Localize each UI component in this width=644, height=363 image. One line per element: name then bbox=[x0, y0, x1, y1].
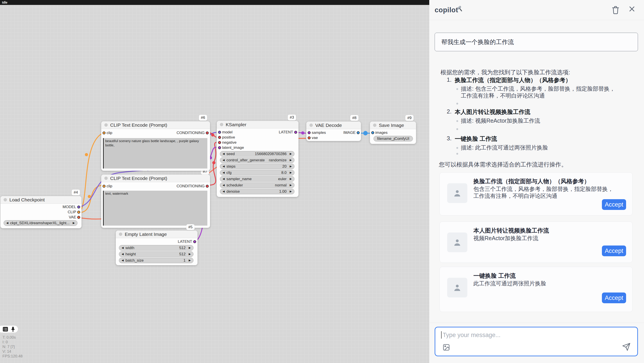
increment-arrow-icon[interactable]: ▶ bbox=[290, 164, 292, 169]
node-title-bar[interactable]: KSampler bbox=[217, 121, 298, 128]
positive-input-port[interactable] bbox=[218, 136, 221, 139]
decrement-arrow-icon[interactable]: ◀ bbox=[122, 251, 124, 257]
increment-arrow-icon[interactable]: ▶ bbox=[290, 170, 292, 175]
input-placeholder: Type your message... bbox=[443, 332, 500, 339]
node-ksampler[interactable]: KSampler model LATENT positive negative … bbox=[217, 121, 298, 197]
collapse-dot-icon[interactable] bbox=[310, 123, 313, 127]
close-icon[interactable] bbox=[628, 5, 636, 12]
link-clip-to-positive-encode bbox=[79, 133, 104, 213]
collapse-dot-icon[interactable] bbox=[104, 123, 108, 127]
workflow-list-icon[interactable] bbox=[2, 326, 8, 332]
decrement-arrow-icon[interactable]: ◀ bbox=[222, 189, 224, 194]
collapse-dot-icon[interactable] bbox=[104, 177, 108, 180]
conditioning-output-port[interactable] bbox=[206, 185, 209, 188]
ckpt-name-widget[interactable]: ◀ ckpt_name SDXL/dreamshaperXL_light... … bbox=[4, 220, 78, 226]
node-title-bar[interactable]: VAE Decode bbox=[306, 121, 361, 129]
collapse-dot-icon[interactable] bbox=[4, 198, 7, 201]
latent-output-port[interactable] bbox=[193, 240, 196, 243]
node-load-checkpoint[interactable]: Load Checkpoint MODEL CLIP VAE ◀ ckpt_na… bbox=[0, 196, 82, 228]
negative-input-port[interactable] bbox=[218, 141, 221, 144]
node-title-bar[interactable]: CLIP Text Encode (Prompt) bbox=[101, 175, 210, 182]
sampler-name-widget[interactable]: ◀ sampler_name euler ▶ bbox=[220, 176, 294, 182]
cfg-widget[interactable]: ◀ cfg 8.0 ▶ bbox=[220, 170, 294, 175]
collapse-dot-icon[interactable] bbox=[373, 123, 376, 127]
latent-output-port[interactable] bbox=[294, 131, 297, 134]
increment-arrow-icon[interactable]: ▶ bbox=[189, 245, 191, 251]
node-clip-text-encode-positive[interactable]: CLIP Text Encode (Prompt) clip CONDITION… bbox=[101, 121, 210, 171]
scheduler-widget[interactable]: ◀ scheduler normal ▶ bbox=[220, 182, 294, 188]
port-row: images bbox=[370, 130, 416, 135]
node-title-bar[interactable]: CLIP Text Encode (Prompt) bbox=[101, 121, 210, 129]
prompt-textarea[interactable]: beautiful scenery nature glass bottle la… bbox=[103, 138, 207, 169]
model-input-port[interactable] bbox=[218, 131, 221, 134]
increment-arrow-icon[interactable]: ▶ bbox=[290, 151, 292, 157]
clip-output-port[interactable] bbox=[77, 211, 80, 214]
decrement-arrow-icon[interactable]: ◀ bbox=[222, 170, 224, 175]
increment-arrow-icon[interactable]: ▶ bbox=[290, 176, 292, 182]
accept-button[interactable]: Accept bbox=[602, 199, 626, 210]
node-clip-text-encode-negative[interactable]: CLIP Text Encode (Prompt) clip CONDITION… bbox=[101, 175, 210, 228]
filename-prefix-widget[interactable]: filename_prefix ComfyUI bbox=[374, 136, 413, 141]
trash-icon[interactable] bbox=[611, 5, 620, 15]
widget-value: 1.00 bbox=[279, 189, 286, 194]
chat-messages[interactable]: 帮我生成一个换脸的工作流 根据您的需求，我为您找到了以下换脸工作流选项: 1. … bbox=[429, 20, 644, 323]
increment-arrow-icon[interactable]: ▶ bbox=[73, 220, 75, 226]
widget-label: filename_prefix bbox=[377, 136, 394, 141]
decrement-arrow-icon[interactable]: ◀ bbox=[122, 258, 124, 263]
assistant-intro: 根据您的需求，我为您找到了以下换脸工作流选项: bbox=[440, 68, 633, 76]
node-graph-canvas[interactable]: Idle #4 #6 #7 #3 #8 #9 #5 bbox=[0, 0, 429, 363]
attach-image-icon[interactable] bbox=[442, 344, 450, 351]
increment-arrow-icon[interactable]: ▶ bbox=[290, 157, 292, 163]
decrement-arrow-icon[interactable]: ◀ bbox=[6, 220, 8, 226]
images-input-port[interactable] bbox=[371, 131, 374, 134]
decrement-arrow-icon[interactable]: ◀ bbox=[122, 245, 124, 251]
node-tree-icon[interactable] bbox=[10, 326, 16, 332]
node-empty-latent-image[interactable]: Empty Latent Image LATENT ◀ width 512 ▶ … bbox=[116, 231, 198, 265]
width-widget[interactable]: ◀ width 512 ▶ bbox=[119, 245, 194, 251]
accept-button[interactable]: Accept bbox=[602, 246, 626, 256]
vae-input-port[interactable] bbox=[308, 136, 310, 139]
denoise-widget[interactable]: ◀ denoise 1.00 ▶ bbox=[220, 189, 294, 194]
decrement-arrow-icon[interactable]: ◀ bbox=[222, 157, 224, 163]
card-description: 此工作流可通过两张照片换脸 bbox=[473, 280, 618, 287]
node-title-bar[interactable]: Load Checkpoint bbox=[0, 196, 82, 204]
steps-widget[interactable]: ◀ steps 20 ▶ bbox=[220, 164, 294, 169]
prompt-textarea[interactable]: text, watermark bbox=[103, 191, 207, 226]
port-row: negative bbox=[217, 140, 298, 145]
conditioning-output-port[interactable] bbox=[206, 131, 209, 134]
collapse-dot-icon[interactable] bbox=[119, 233, 122, 236]
control-after-generate-widget[interactable]: ◀ control_after_generate randomize ▶ bbox=[220, 157, 294, 163]
link-reroute-dot[interactable] bbox=[363, 131, 368, 135]
person-icon bbox=[452, 237, 462, 248]
image-output-port[interactable] bbox=[357, 131, 360, 134]
output-row: LATENT bbox=[116, 239, 198, 244]
message-input[interactable]: Type your message... bbox=[435, 327, 638, 356]
node-title-bar[interactable]: Empty Latent Image bbox=[116, 231, 198, 238]
clip-input-port[interactable] bbox=[102, 131, 106, 134]
node-title-bar[interactable]: Save Image bbox=[370, 121, 416, 129]
send-icon[interactable] bbox=[622, 343, 630, 351]
decrement-arrow-icon[interactable]: ◀ bbox=[222, 164, 224, 169]
option-description: 描述: 此工作流可通过两张照片换脸 bbox=[461, 144, 618, 151]
model-output-port[interactable] bbox=[77, 205, 80, 208]
accept-button[interactable]: Accept bbox=[602, 293, 626, 303]
latent-image-input-port[interactable] bbox=[218, 146, 221, 149]
increment-arrow-icon[interactable]: ▶ bbox=[189, 251, 191, 257]
height-widget[interactable]: ◀ height 512 ▶ bbox=[119, 251, 194, 257]
collapse-dot-icon[interactable] bbox=[220, 123, 223, 126]
vae-output-port[interactable] bbox=[77, 216, 80, 219]
decrement-arrow-icon[interactable]: ◀ bbox=[222, 176, 224, 182]
increment-arrow-icon[interactable]: ▶ bbox=[290, 189, 292, 194]
increment-arrow-icon[interactable]: ▶ bbox=[290, 182, 292, 188]
seed-widget[interactable]: ◀ seed 156680208700286 ▶ bbox=[220, 151, 294, 157]
increment-arrow-icon[interactable]: ▶ bbox=[189, 258, 191, 263]
clip-input-port[interactable] bbox=[102, 185, 106, 188]
stat-version: V: 14 bbox=[2, 349, 22, 354]
node-save-image[interactable]: Save Image images filename_prefix ComfyU… bbox=[370, 121, 416, 144]
node-vae-decode[interactable]: VAE Decode samples IMAGE vae bbox=[306, 121, 361, 141]
decrement-arrow-icon[interactable]: ◀ bbox=[222, 151, 224, 157]
batch-size-widget[interactable]: ◀ batch_size 1 ▶ bbox=[119, 258, 194, 263]
decrement-arrow-icon[interactable]: ◀ bbox=[222, 182, 224, 188]
input-label: clip bbox=[106, 184, 112, 188]
samples-input-port[interactable] bbox=[308, 131, 310, 134]
